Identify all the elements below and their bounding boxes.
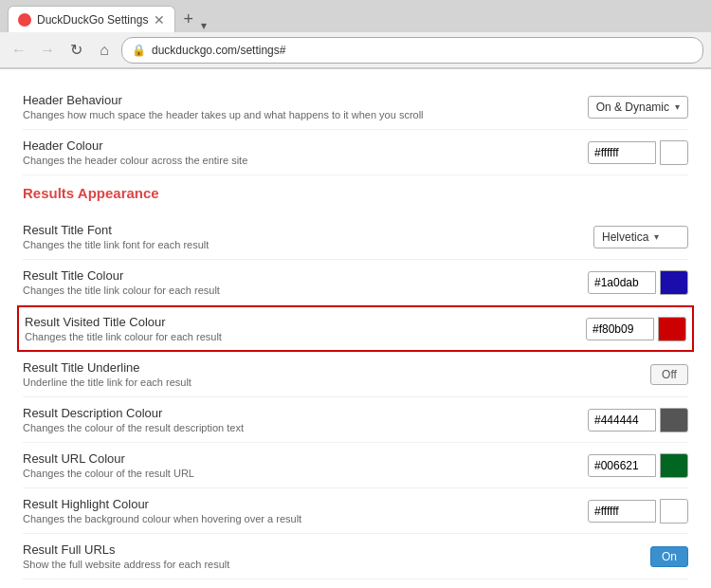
result-highlight-colour-name: Result Highlight Colour [23,497,588,511]
result-highlight-colour-hex-input[interactable] [588,500,656,523]
result-highlight-colour-control [588,499,688,524]
home-button[interactable]: ⌂ [93,39,116,62]
result-url-colour-hex-input[interactable] [588,454,656,477]
result-highlight-colour-desc: Changes the background colour when hover… [23,513,588,524]
result-title-colour-hex-input[interactable] [588,271,656,294]
back-button[interactable]: ← [8,39,30,62]
refresh-button[interactable]: ↻ [64,39,87,62]
header-colour-input-group [588,140,688,165]
result-highlight-colour-input-group [588,499,688,524]
header-colour-name: Header Colour [23,138,588,153]
result-title-font-info: Result Title Font Changes the title link… [23,223,593,250]
page-content: Header Behaviour Changes how much space … [0,69,711,588]
result-title-colour-info: Result Title Colour Changes the title li… [23,268,588,296]
active-tab[interactable]: DuckDuckGo Settings ✕ [8,6,175,32]
result-full-urls-info: Result Full URLs Show the full website a… [23,542,650,570]
header-colour-desc: Changes the header colour across the ent… [23,155,588,166]
forward-button[interactable]: → [36,39,59,62]
results-section-title: Results Appearance [23,185,688,201]
header-behaviour-control: On & Dynamic ▾ [588,96,688,119]
result-description-colour-hex-input[interactable] [588,409,656,432]
dropdown-arrow-icon: ▾ [675,101,680,112]
result-description-colour-info: Result Description Colour Changes the co… [23,406,588,433]
result-url-colour-info: Result URL Colour Changes the colour of … [23,451,588,479]
result-description-colour-name: Result Description Colour [23,406,588,420]
header-behaviour-value: On & Dynamic [596,101,669,114]
result-title-colour-name: Result Title Colour [23,268,588,283]
result-description-colour-desc: Changes the colour of the result descrip… [23,422,588,433]
result-highlight-colour-info: Result Highlight Colour Changes the back… [23,497,588,524]
browser-chrome: DuckDuckGo Settings ✕ + ▾ ← → ↻ ⌂ 🔒 duck… [0,0,711,69]
tab-favicon [18,13,31,27]
address-text: duckduckgo.com/settings# [152,44,285,57]
header-behaviour-desc: Changes how much space the header takes … [23,109,588,120]
header-behaviour-row: Header Behaviour Changes how much space … [23,84,688,130]
result-description-colour-input-group [588,408,688,432]
result-full-urls-toggle[interactable]: On [650,546,688,567]
result-title-colour-input-group [588,270,688,295]
result-full-urls-name: Result Full URLs [23,542,650,557]
result-visited-title-colour-hex-input[interactable] [586,318,654,340]
result-title-colour-control [588,270,688,295]
lock-icon: 🔒 [132,44,146,57]
result-url-colour-row: Result URL Colour Changes the colour of … [23,443,688,488]
result-title-font-row: Result Title Font Changes the title link… [23,214,688,260]
result-title-underline-info: Result Title Underline Underline the tit… [23,360,650,388]
header-colour-hex-input[interactable] [588,141,656,164]
new-tab-button[interactable]: + [175,6,201,33]
tab-close-button[interactable]: ✕ [154,12,165,28]
result-title-font-dropdown[interactable]: Helvetica ▾ [593,226,688,248]
result-title-font-arrow-icon: ▾ [654,231,659,242]
tab-title: DuckDuckGo Settings [37,13,148,27]
result-title-underline-control: Off [650,364,688,385]
result-url-colour-swatch[interactable] [660,453,688,478]
result-title-underline-desc: Underline the title link for each result [23,377,650,388]
result-description-colour-swatch[interactable] [660,408,688,432]
header-colour-swatch[interactable] [660,140,688,165]
result-title-font-name: Result Title Font [23,223,593,237]
result-highlight-colour-swatch[interactable] [660,499,688,524]
result-full-urls-desc: Show the full website address for each r… [23,559,650,570]
result-title-colour-row: Result Title Colour Changes the title li… [23,260,688,305]
result-full-urls-row: Result Full URLs Show the full website a… [23,534,688,579]
result-title-underline-name: Result Title Underline [23,360,650,375]
header-behaviour-dropdown[interactable]: On & Dynamic ▾ [588,96,688,119]
result-title-colour-desc: Changes the title link colour for each r… [23,285,588,296]
result-url-colour-input-group [588,453,688,478]
result-visited-title-colour-input-group [586,317,686,341]
header-colour-row: Header Colour Changes the header colour … [23,130,688,175]
result-visited-title-colour-info: Result Visited Title Colour Changes the … [25,315,586,342]
address-bar[interactable]: 🔒 duckduckgo.com/settings# [121,37,703,64]
header-behaviour-info: Header Behaviour Changes how much space … [23,93,588,120]
result-title-font-value: Helvetica [602,230,648,244]
tab-list-chevron[interactable]: ▾ [201,19,207,32]
result-title-font-control: Helvetica ▾ [593,226,688,248]
header-behaviour-name: Header Behaviour [23,93,588,107]
result-visited-title-colour-swatch[interactable] [658,317,686,341]
result-title-underline-toggle[interactable]: Off [650,364,688,385]
result-title-font-desc: Changes the title link font for each res… [23,239,593,250]
result-description-colour-row: Result Description Colour Changes the co… [23,397,688,443]
result-description-colour-control [588,408,688,432]
result-url-colour-control [588,453,688,478]
header-colour-control [588,140,688,165]
result-full-urls-control: On [650,546,688,567]
browser-toolbar: ← → ↻ ⌂ 🔒 duckduckgo.com/settings# [0,32,711,68]
browser-tabs: DuckDuckGo Settings ✕ + ▾ [0,0,711,32]
result-url-colour-desc: Changes the colour of the result URL [23,468,588,479]
result-visited-title-colour-name: Result Visited Title Colour [25,315,586,329]
result-title-colour-swatch[interactable] [660,270,688,295]
result-url-colour-name: Result URL Colour [23,451,588,466]
result-title-underline-row: Result Title Underline Underline the tit… [23,352,688,397]
header-colour-info: Header Colour Changes the header colour … [23,138,588,166]
header-section: Header Behaviour Changes how much space … [23,84,688,175]
result-highlight-colour-row: Result Highlight Colour Changes the back… [23,488,688,534]
result-visited-title-colour-desc: Changes the title link colour for each r… [25,331,586,342]
result-visited-title-colour-row: Result Visited Title Colour Changes the … [17,305,694,352]
result-visited-title-colour-control [586,317,686,341]
results-section: Results Appearance Result Title Font Cha… [23,185,688,588]
result-urls-above-snippet-row: Result URLs above snippet Show the Resul… [23,579,688,588]
